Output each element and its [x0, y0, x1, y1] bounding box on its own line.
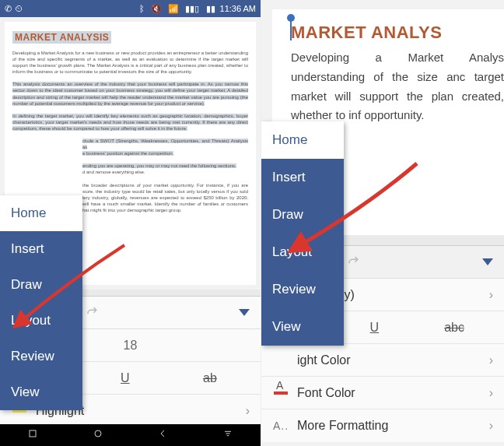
font-color-row[interactable]: Font Color ›: [261, 377, 504, 409]
recent-apps-icon[interactable]: [26, 427, 39, 443]
font-size-value: 18: [124, 339, 138, 353]
tab-insert[interactable]: Insert: [261, 159, 344, 196]
tab-menu: Home Insert Draw Layout Review View: [0, 195, 82, 410]
status-bar: ✆ ⏲ ᛒ 🔇 📶 ▮▮▯ ▮▮ 11:36 AM: [0, 0, 261, 17]
tab-view[interactable]: View: [0, 374, 82, 410]
doc-para: This analysis documents an overview of t…: [12, 81, 248, 106]
highlight-label: ight Color: [297, 353, 350, 367]
collapse-caret-icon[interactable]: [239, 309, 250, 316]
left-screenshot: ✆ ⏲ ᛒ 🔇 📶 ▮▮▯ ▮▮ 11:36 AM MARKET ANALYSI…: [0, 0, 261, 446]
doc-heading: MARKET ANALYSIS: [12, 31, 111, 44]
bell-icon: ⏲: [15, 4, 23, 13]
tab-draw[interactable]: Draw: [0, 267, 82, 303]
battery-icon: ▮▮: [206, 4, 215, 13]
doc-para: Developing a Market Analys understanding…: [291, 48, 504, 125]
more-formatting-row[interactable]: More Formatting ›: [261, 409, 504, 442]
svg-point-1: [95, 430, 101, 437]
underline-button[interactable]: U: [370, 321, 380, 335]
chevron-right-icon: ›: [489, 288, 493, 302]
more-formatting-icon: [272, 420, 289, 432]
collapse-caret-icon[interactable]: [482, 258, 493, 265]
strikethrough-button[interactable]: abc: [444, 321, 464, 335]
home-icon[interactable]: [92, 427, 104, 443]
tab-review[interactable]: Review: [0, 339, 82, 374]
doc-para: clude a SWOT (Strengths, Weaknesses, Opp…: [12, 138, 248, 156]
status-icons: ᛒ 🔇 📶 ▮▮▯ ▮▮: [135, 4, 215, 14]
tab-home[interactable]: Home: [261, 121, 344, 159]
chevron-right-icon: ›: [489, 353, 493, 367]
strikethrough-button[interactable]: ab: [203, 371, 217, 385]
underline-button[interactable]: U: [121, 371, 130, 385]
phone-icon: ✆: [5, 4, 12, 14]
redo-icon[interactable]: [84, 304, 100, 322]
right-screenshot: MARKET ANALYS Developing a Market Analys…: [261, 0, 504, 446]
font-color-label: Font Color: [297, 386, 355, 400]
back-icon[interactable]: [156, 427, 169, 443]
tab-layout[interactable]: Layout: [261, 234, 344, 271]
tab-review[interactable]: Review: [261, 271, 344, 308]
mute-icon: 🔇: [151, 4, 162, 13]
chevron-right-icon: ›: [489, 386, 493, 400]
tab-view[interactable]: View: [261, 308, 344, 346]
chevron-right-icon: ›: [489, 419, 493, 433]
tab-menu: Home Insert Draw Layout Review View: [261, 121, 344, 346]
bluetooth-icon: ᛒ: [139, 4, 145, 13]
tab-draw[interactable]: Draw: [261, 196, 344, 234]
tab-home[interactable]: Home: [0, 195, 82, 231]
wifi-icon: 📶: [168, 4, 179, 13]
doc-para: Developing a Market Analysis for a new b…: [12, 50, 248, 75]
signal-icon: ▮▮▯: [185, 4, 199, 13]
doc-para: ending you are operating, you may or may…: [12, 163, 248, 175]
tab-layout[interactable]: Layout: [0, 303, 82, 339]
more-formatting-label: More Formatting: [297, 419, 388, 433]
doc-para: In defining the target market, you will …: [12, 113, 248, 132]
svg-rect-0: [30, 430, 36, 437]
font-color-icon: [272, 392, 289, 395]
redo-icon[interactable]: [345, 253, 361, 272]
clock: 11:36 AM: [220, 4, 256, 13]
doc-heading: MARKET ANALYS: [291, 23, 504, 42]
chevron-right-icon: ›: [246, 404, 250, 418]
menu-icon[interactable]: [222, 427, 234, 443]
tab-insert[interactable]: Insert: [0, 231, 82, 267]
android-navbar: [0, 424, 261, 446]
highlight-row[interactable]: ight Color ›: [261, 344, 504, 377]
